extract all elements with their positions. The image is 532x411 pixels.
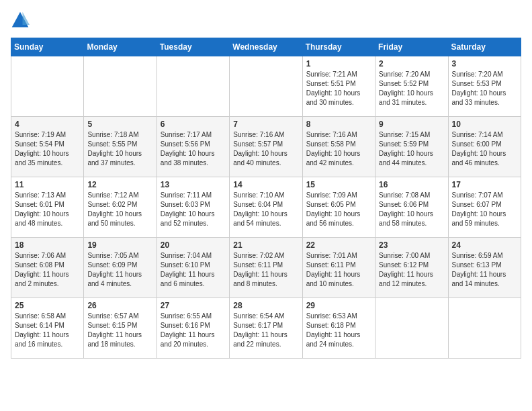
calendar-cell: 28Sunrise: 6:54 AM Sunset: 6:17 PM Dayli… [230,298,302,359]
svg-marker-1 [23,12,30,25]
day-number: 24 [452,240,517,250]
cell-content: Sunrise: 7:14 AM Sunset: 6:00 PM Dayligh… [452,130,517,168]
calendar-cell: 8Sunrise: 7:16 AM Sunset: 5:58 PM Daylig… [302,117,375,177]
calendar-cell [11,56,84,117]
calendar-cell: 13Sunrise: 7:11 AM Sunset: 6:03 PM Dayli… [157,177,229,238]
cell-content: Sunrise: 7:20 AM Sunset: 5:53 PM Dayligh… [452,70,517,107]
cell-content: Sunrise: 6:58 AM Sunset: 6:14 PM Dayligh… [15,312,80,349]
cell-content: Sunrise: 7:19 AM Sunset: 5:54 PM Dayligh… [15,130,80,168]
cell-content: Sunrise: 7:01 AM Sunset: 6:11 PM Dayligh… [306,251,371,289]
day-number: 9 [379,120,444,129]
cell-content: Sunrise: 7:05 AM Sunset: 6:09 PM Dayligh… [87,251,152,289]
day-number: 18 [15,240,80,250]
calendar-cell: 3Sunrise: 7:20 AM Sunset: 5:53 PM Daylig… [448,56,521,117]
calendar-header-cell: Thursday [302,38,375,56]
calendar-cell: 23Sunrise: 7:00 AM Sunset: 6:12 PM Dayli… [375,238,448,298]
day-number: 25 [15,301,80,310]
day-number: 19 [87,240,152,250]
calendar-week-row: 25Sunrise: 6:58 AM Sunset: 6:14 PM Dayli… [11,298,521,359]
calendar-cell: 6Sunrise: 7:17 AM Sunset: 5:56 PM Daylig… [157,117,229,177]
day-number: 3 [452,59,517,68]
calendar-cell: 4Sunrise: 7:19 AM Sunset: 5:54 PM Daylig… [11,117,84,177]
calendar-header-row: SundayMondayTuesdayWednesdayThursdayFrid… [11,38,521,56]
calendar-week-row: 4Sunrise: 7:19 AM Sunset: 5:54 PM Daylig… [11,117,521,177]
calendar-header-cell: Wednesday [230,38,302,56]
calendar-cell: 17Sunrise: 7:07 AM Sunset: 6:07 PM Dayli… [448,177,521,238]
day-number: 27 [161,301,226,310]
day-number: 12 [87,180,152,189]
calendar-cell [84,56,157,117]
day-number: 15 [306,180,371,189]
calendar-cell: 19Sunrise: 7:05 AM Sunset: 6:09 PM Dayli… [84,238,157,298]
calendar-cell: 2Sunrise: 7:20 AM Sunset: 5:52 PM Daylig… [375,56,448,117]
calendar-cell: 15Sunrise: 7:09 AM Sunset: 6:05 PM Dayli… [302,177,375,238]
cell-content: Sunrise: 6:54 AM Sunset: 6:17 PM Dayligh… [233,312,298,349]
calendar-cell: 12Sunrise: 7:12 AM Sunset: 6:02 PM Dayli… [84,177,157,238]
day-number: 17 [452,180,517,189]
calendar-cell: 10Sunrise: 7:14 AM Sunset: 6:00 PM Dayli… [448,117,521,177]
calendar-cell: 7Sunrise: 7:16 AM Sunset: 5:57 PM Daylig… [230,117,302,177]
calendar-header-cell: Tuesday [157,38,229,56]
cell-content: Sunrise: 6:57 AM Sunset: 6:15 PM Dayligh… [87,312,152,349]
calendar-header-cell: Sunday [11,38,84,56]
cell-content: Sunrise: 7:00 AM Sunset: 6:12 PM Dayligh… [379,251,444,289]
calendar-cell [230,56,302,117]
cell-content: Sunrise: 6:53 AM Sunset: 6:18 PM Dayligh… [306,312,371,349]
calendar-cell: 22Sunrise: 7:01 AM Sunset: 6:11 PM Dayli… [302,238,375,298]
day-number: 6 [161,120,226,129]
calendar-table: SundayMondayTuesdayWednesdayThursdayFrid… [11,38,521,359]
cell-content: Sunrise: 7:18 AM Sunset: 5:55 PM Dayligh… [87,130,152,168]
calendar-body: 1Sunrise: 7:21 AM Sunset: 5:51 PM Daylig… [11,56,521,359]
calendar-week-row: 11Sunrise: 7:13 AM Sunset: 6:01 PM Dayli… [11,177,521,238]
calendar-cell: 14Sunrise: 7:10 AM Sunset: 6:04 PM Dayli… [230,177,302,238]
day-number: 26 [87,301,152,310]
header [11,11,521,30]
calendar-cell [448,298,521,359]
day-number: 20 [161,240,226,250]
day-number: 4 [15,120,80,129]
cell-content: Sunrise: 7:12 AM Sunset: 6:02 PM Dayligh… [87,191,152,228]
calendar-cell: 25Sunrise: 6:58 AM Sunset: 6:14 PM Dayli… [11,298,84,359]
calendar-cell: 27Sunrise: 6:55 AM Sunset: 6:16 PM Dayli… [157,298,229,359]
calendar-cell: 11Sunrise: 7:13 AM Sunset: 6:01 PM Dayli… [11,177,84,238]
cell-content: Sunrise: 7:08 AM Sunset: 6:06 PM Dayligh… [379,191,444,228]
cell-content: Sunrise: 7:11 AM Sunset: 6:03 PM Dayligh… [161,191,226,228]
cell-content: Sunrise: 7:09 AM Sunset: 6:05 PM Dayligh… [306,191,371,228]
day-number: 16 [379,180,444,189]
calendar-cell: 9Sunrise: 7:15 AM Sunset: 5:59 PM Daylig… [375,117,448,177]
calendar-cell: 16Sunrise: 7:08 AM Sunset: 6:06 PM Dayli… [375,177,448,238]
day-number: 7 [233,120,298,129]
day-number: 8 [306,120,371,129]
day-number: 23 [379,240,444,250]
calendar-cell [157,56,229,117]
day-number: 21 [233,240,298,250]
cell-content: Sunrise: 6:59 AM Sunset: 6:13 PM Dayligh… [452,251,517,289]
cell-content: Sunrise: 7:02 AM Sunset: 6:11 PM Dayligh… [233,251,298,289]
calendar-week-row: 1Sunrise: 7:21 AM Sunset: 5:51 PM Daylig… [11,56,521,117]
cell-content: Sunrise: 7:13 AM Sunset: 6:01 PM Dayligh… [15,191,80,228]
day-number: 2 [379,59,444,68]
calendar-header-cell: Friday [375,38,448,56]
calendar-week-row: 18Sunrise: 7:06 AM Sunset: 6:08 PM Dayli… [11,238,521,298]
cell-content: Sunrise: 7:21 AM Sunset: 5:51 PM Dayligh… [306,70,371,107]
cell-content: Sunrise: 7:15 AM Sunset: 5:59 PM Dayligh… [379,130,444,168]
calendar-cell: 20Sunrise: 7:04 AM Sunset: 6:10 PM Dayli… [157,238,229,298]
day-number: 1 [306,59,371,68]
calendar-cell: 1Sunrise: 7:21 AM Sunset: 5:51 PM Daylig… [302,56,375,117]
calendar-cell: 26Sunrise: 6:57 AM Sunset: 6:15 PM Dayli… [84,298,157,359]
day-number: 29 [306,301,371,310]
day-number: 10 [452,120,517,129]
day-number: 28 [233,301,298,310]
logo [11,11,32,30]
calendar-cell [375,298,448,359]
cell-content: Sunrise: 7:07 AM Sunset: 6:07 PM Dayligh… [452,191,517,228]
cell-content: Sunrise: 7:16 AM Sunset: 5:57 PM Dayligh… [233,130,298,168]
cell-content: Sunrise: 7:17 AM Sunset: 5:56 PM Dayligh… [161,130,226,168]
cell-content: Sunrise: 7:20 AM Sunset: 5:52 PM Dayligh… [379,70,444,107]
calendar-cell: 21Sunrise: 7:02 AM Sunset: 6:11 PM Dayli… [230,238,302,298]
day-number: 5 [87,120,152,129]
cell-content: Sunrise: 7:04 AM Sunset: 6:10 PM Dayligh… [161,251,226,289]
day-number: 11 [15,180,80,189]
day-number: 14 [233,180,298,189]
cell-content: Sunrise: 7:16 AM Sunset: 5:58 PM Dayligh… [306,130,371,168]
